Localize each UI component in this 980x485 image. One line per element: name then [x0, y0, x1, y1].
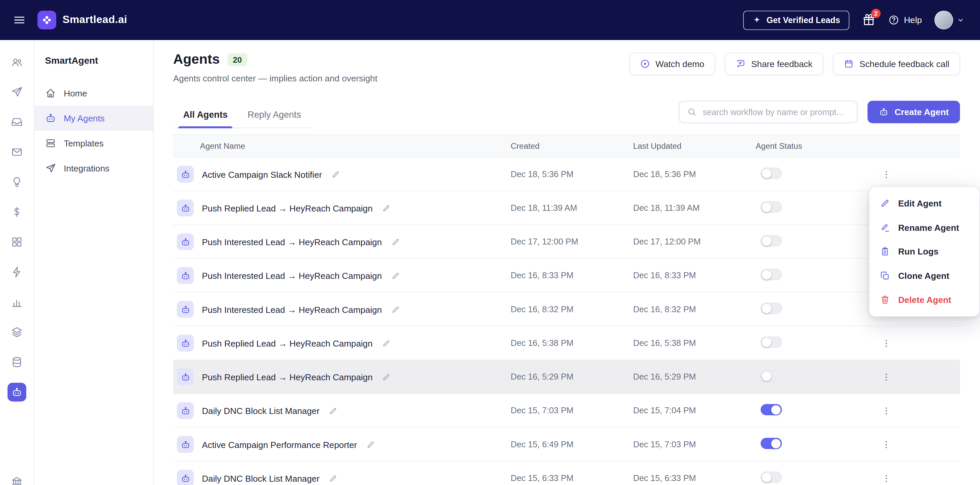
logs-icon	[880, 247, 890, 257]
search-input[interactable]	[703, 107, 850, 117]
inbox-icon[interactable]	[8, 113, 26, 131]
agents-table: Agent Name Created Last Updated Agent St…	[173, 134, 960, 485]
hamburger-menu-icon[interactable]	[10, 11, 29, 29]
agent-avatar	[177, 301, 194, 318]
row-menu-button[interactable]	[879, 369, 894, 384]
menu-item-delete-agent[interactable]: Delete Agent	[869, 288, 979, 312]
agent-name: Push Replied Lead → HeyReach Campaign	[202, 203, 373, 213]
create-agent-button[interactable]: Create Agent	[868, 101, 960, 123]
watch-demo-button[interactable]: Watch demo	[629, 53, 715, 75]
status-toggle[interactable]	[760, 201, 782, 213]
status-toggle[interactable]	[760, 370, 782, 381]
menu-item-edit-agent[interactable]: Edit Agent	[869, 191, 979, 215]
sidebar-item-home[interactable]: Home	[34, 81, 153, 106]
rename-inline-icon[interactable]	[382, 203, 391, 212]
idea-icon[interactable]	[8, 173, 26, 191]
created-cell: Dec 18, 11:39 AM	[511, 203, 633, 212]
agent-name: Daily DNC Block List Manager	[202, 405, 320, 416]
sidebar-item-label: Integrations	[64, 163, 109, 173]
layers-icon[interactable]	[8, 323, 26, 341]
user-avatar	[934, 11, 953, 29]
analytics-icon[interactable]	[8, 293, 26, 311]
table-row[interactable]: Active Campaign Slack NotifierDec 18, 5:…	[173, 158, 960, 191]
rename-inline-icon[interactable]	[366, 440, 375, 448]
sidebar-item-my-agents[interactable]: My Agents	[34, 106, 153, 131]
table-row[interactable]: Daily DNC Block List ManagerDec 15, 6:33…	[173, 462, 960, 485]
create-agent-icon	[879, 107, 889, 117]
billing-icon[interactable]	[8, 203, 26, 222]
menu-item-run-logs[interactable]: Run Logs	[869, 239, 979, 263]
row-menu-button[interactable]	[879, 437, 894, 452]
sidebar-item-integrations[interactable]: Integrations	[34, 156, 153, 181]
table-row[interactable]: Push Replied Lead → HeyReach CampaignDec…	[173, 327, 960, 360]
row-menu-button[interactable]	[879, 335, 894, 351]
automation-icon[interactable]	[8, 263, 26, 282]
status-cell	[756, 438, 877, 451]
menu-item-clone-agent[interactable]: Clone Agent	[869, 263, 979, 287]
status-toggle[interactable]	[760, 303, 782, 314]
agent-name: Push Interested Lead → HeyReach Campaign	[202, 304, 382, 314]
rename-inline-icon[interactable]	[382, 373, 391, 381]
status-toggle[interactable]	[760, 269, 782, 280]
table-row[interactable]: Push Interested Lead → HeyReach Campaign…	[173, 259, 960, 292]
menu-item-label: Clone Agent	[898, 271, 949, 281]
rename-inline-icon[interactable]	[331, 170, 340, 179]
rename-inline-icon[interactable]	[329, 406, 338, 415]
users-icon[interactable]	[8, 53, 26, 72]
campaigns-icon[interactable]	[8, 83, 26, 101]
row-menu-button[interactable]	[879, 403, 894, 418]
table-row[interactable]: Daily DNC Block List ManagerDec 15, 7:03…	[173, 394, 960, 428]
table-row[interactable]: Push Interested Lead → HeyReach Campaign…	[173, 293, 960, 327]
apps-icon[interactable]	[8, 233, 26, 252]
status-toggle[interactable]	[760, 438, 782, 449]
schedule-feedback-call-button[interactable]: Schedule feedback call	[833, 53, 960, 75]
row-menu-button[interactable]	[879, 167, 894, 182]
row-menu-button[interactable]	[879, 471, 894, 485]
share-feedback-label: Share feedback	[751, 59, 813, 69]
brand-logo[interactable]: Smartlead.ai	[38, 11, 127, 29]
status-toggle[interactable]	[760, 472, 782, 483]
kebab-icon	[881, 439, 891, 449]
created-cell: Dec 16, 8:32 PM	[511, 305, 633, 314]
rename-inline-icon[interactable]	[382, 338, 391, 347]
rename-inline-icon[interactable]	[391, 271, 400, 280]
status-cell	[756, 269, 877, 282]
status-cell	[756, 370, 877, 383]
table-row[interactable]: Active Campaign Performance ReporterDec …	[173, 428, 960, 462]
table-row[interactable]: Push Interested Lead → HeyReach Campaign…	[173, 225, 960, 259]
page-title-block: Agents 20 Agents control center — implie…	[173, 51, 377, 83]
sidebar-list: Home My Agents Templates Integrations	[34, 81, 153, 181]
agent-name-cell: Push Replied Lead → HeyReach Campaign	[173, 335, 511, 352]
table-row[interactable]: Push Replied Lead → HeyReach CampaignDec…	[173, 360, 960, 394]
controls-row: All Agents Reply Agents Create Agent	[173, 101, 960, 128]
help-button[interactable]: Help	[888, 14, 922, 26]
share-feedback-button[interactable]: Share feedback	[725, 53, 823, 75]
page-header: Agents 20 Agents control center — implie…	[173, 51, 960, 83]
table-row[interactable]: Push Replied Lead → HeyReach CampaignDec…	[173, 191, 960, 225]
help-label: Help	[904, 15, 922, 25]
account-menu[interactable]	[934, 11, 965, 29]
rewards-gift-button[interactable]: 2	[862, 13, 876, 27]
rename-inline-icon[interactable]	[391, 305, 400, 314]
status-toggle[interactable]	[760, 168, 782, 179]
agent-avatar	[177, 335, 194, 352]
sparkle-icon	[752, 16, 761, 24]
status-toggle[interactable]	[760, 337, 782, 348]
infrastructure-icon[interactable]	[8, 353, 26, 372]
agent-table-body: Active Campaign Slack NotifierDec 18, 5:…	[173, 158, 960, 485]
tab-all-agents[interactable]: All Agents	[173, 103, 237, 128]
get-verified-leads-button[interactable]: Get Verified Leads	[743, 10, 850, 30]
status-toggle[interactable]	[760, 235, 782, 247]
rename-inline-icon[interactable]	[329, 474, 338, 482]
bank-icon[interactable]	[8, 472, 26, 485]
agent-name: Push Interested Lead → HeyReach Campaign	[202, 271, 382, 281]
sidebar-item-templates[interactable]: Templates	[34, 131, 153, 156]
agent-count-badge: 20	[228, 53, 248, 66]
column-agent-name: Agent Name	[173, 142, 511, 151]
status-toggle[interactable]	[760, 404, 782, 415]
tab-reply-agents[interactable]: Reply Agents	[238, 103, 311, 128]
menu-item-rename-agent[interactable]: Rename Agent	[869, 215, 979, 239]
smartagent-icon[interactable]	[8, 383, 26, 402]
email-icon[interactable]	[8, 143, 26, 161]
rename-inline-icon[interactable]	[391, 238, 400, 246]
